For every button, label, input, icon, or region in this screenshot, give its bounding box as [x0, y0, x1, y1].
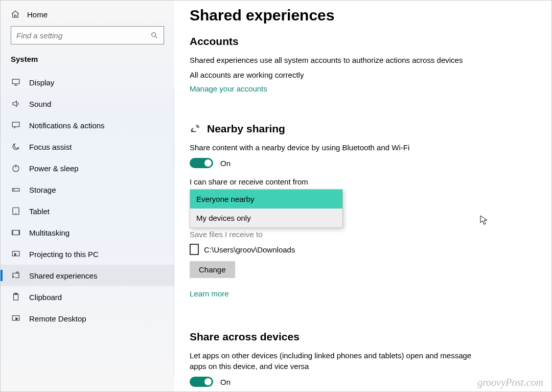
home-icon	[11, 10, 20, 19]
sidebar-nav: DisplaySoundNotifications & actionsFocus…	[1, 72, 174, 329]
accounts-heading: Accounts	[190, 35, 533, 48]
power-icon	[11, 164, 21, 173]
search-field[interactable]	[16, 31, 150, 40]
save-path-row: C:\Users\groov\Downloads	[190, 244, 533, 255]
change-button[interactable]: Change	[190, 261, 235, 278]
svg-point-0	[152, 33, 156, 37]
page-title: Shared experiences	[190, 7, 533, 24]
share-from-dropdown[interactable]: Everyone nearby My devices only	[190, 189, 343, 228]
nearby-desc: Share content with a nearby device by us…	[190, 142, 476, 153]
svg-point-5	[14, 190, 14, 190]
sidebar-item-label: Projecting to this PC	[29, 250, 99, 259]
sidebar-item-multitasking[interactable]: Multitasking	[1, 222, 174, 243]
svg-rect-8	[12, 251, 19, 256]
sidebar-section-title: System	[1, 54, 174, 72]
share-icon	[11, 271, 21, 280]
sidebar-item-projecting-to-this-pc[interactable]: Projecting to this PC	[1, 243, 174, 265]
content-area: Shared experiences Accounts Shared exper…	[174, 1, 551, 391]
sidebar-item-label: Multitasking	[29, 228, 70, 237]
toggle-knob	[204, 159, 212, 167]
sound-icon	[11, 99, 21, 108]
share-icon	[190, 123, 201, 134]
toggle-knob	[204, 378, 212, 385]
sidebar-item-tablet[interactable]: Tablet	[1, 200, 174, 222]
sidebar-item-clipboard[interactable]: Clipboard	[1, 286, 174, 308]
share-from-label: I can share or receive content from	[190, 177, 533, 186]
svg-rect-1	[12, 79, 19, 84]
nearby-toggle[interactable]	[190, 158, 213, 168]
sidebar-item-display[interactable]: Display	[1, 72, 174, 93]
accounts-desc-1: Shared experiences use all system accoun…	[190, 55, 476, 65]
sidebar-item-label: Tablet	[29, 207, 50, 216]
across-desc: Let apps on other devices (including lin…	[190, 350, 476, 372]
home-label: Home	[27, 10, 48, 19]
sidebar-item-focus-assist[interactable]: Focus assist	[1, 136, 174, 157]
project-icon	[11, 249, 21, 259]
sidebar-item-sound[interactable]: Sound	[1, 93, 174, 114]
search-input[interactable]	[11, 26, 164, 44]
sidebar-item-label: Clipboard	[29, 293, 62, 302]
sidebar-item-shared-experiences[interactable]: Shared experiences	[1, 265, 174, 286]
watermark: groovyPost.com	[477, 377, 543, 388]
dropdown-option-my-devices[interactable]: My devices only	[190, 209, 342, 227]
tablet-icon	[11, 206, 21, 216]
cursor-icon	[480, 215, 488, 225]
drive-icon	[11, 185, 21, 194]
monitor-icon	[11, 78, 21, 87]
nearby-toggle-row: On	[190, 158, 533, 168]
learn-more-link[interactable]: Learn more	[190, 289, 229, 298]
sidebar-item-storage[interactable]: Storage	[1, 179, 174, 200]
clipboard-icon	[11, 292, 21, 302]
remote-icon	[11, 314, 21, 323]
sidebar-item-label: Display	[29, 78, 54, 87]
accounts-desc-2: All accounts are working correctly	[190, 70, 476, 80]
sidebar-item-label: Notifications & actions	[29, 121, 105, 130]
nearby-heading: Nearby sharing	[190, 123, 533, 135]
search-wrap	[1, 26, 174, 54]
across-heading: Share across devices	[190, 331, 533, 343]
sidebar-item-label: Shared experiences	[29, 271, 97, 280]
sidebar: Home System DisplaySoundNotifications & …	[1, 1, 174, 391]
sidebar-item-notifications-actions[interactable]: Notifications & actions	[1, 114, 174, 136]
settings-window: Home System DisplaySoundNotifications & …	[0, 0, 552, 392]
sidebar-item-label: Focus assist	[29, 143, 72, 151]
sidebar-item-label: Storage	[29, 186, 56, 194]
sidebar-item-power-sleep[interactable]: Power & sleep	[1, 157, 174, 179]
sidebar-item-label: Remote Desktop	[29, 314, 86, 323]
nearby-toggle-label: On	[220, 159, 231, 168]
across-toggle-label: On	[220, 378, 231, 386]
moon-icon	[11, 142, 21, 151]
chat-icon	[11, 121, 21, 130]
search-icon	[150, 31, 158, 39]
nearby-heading-text: Nearby sharing	[207, 123, 285, 135]
sidebar-item-label: Power & sleep	[29, 164, 79, 173]
multitask-icon	[11, 228, 21, 237]
save-path: C:\Users\groov\Downloads	[204, 245, 295, 254]
svg-rect-7	[13, 230, 19, 235]
dropdown-option-everyone[interactable]: Everyone nearby	[190, 190, 342, 209]
sidebar-item-label: Sound	[29, 100, 51, 108]
save-files-label: Save files I receive to	[190, 230, 533, 239]
across-toggle[interactable]	[190, 377, 213, 387]
folder-icon	[190, 244, 199, 255]
sidebar-item-remote-desktop[interactable]: Remote Desktop	[1, 308, 174, 329]
home-link[interactable]: Home	[1, 8, 174, 26]
svg-rect-2	[12, 122, 19, 127]
manage-accounts-link[interactable]: Manage your accounts	[190, 84, 267, 93]
